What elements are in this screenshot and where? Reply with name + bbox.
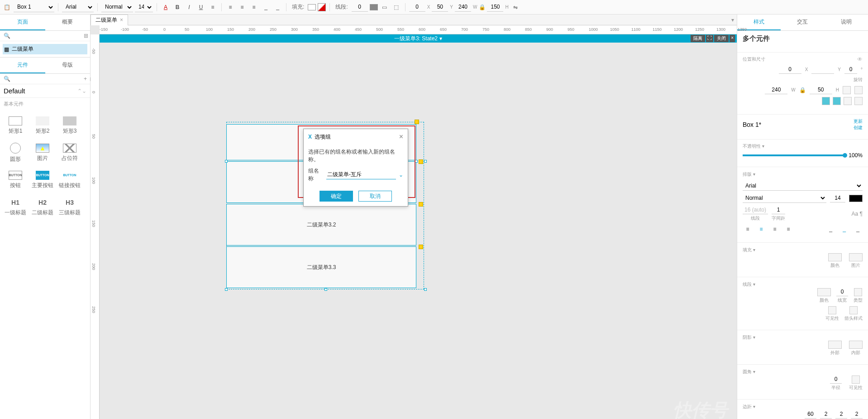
style-name[interactable]: Box 1* (743, 121, 761, 128)
fit-height-icon[interactable] (854, 86, 863, 94)
shadow-inner-icon[interactable] (849, 341, 863, 349)
align-left-icon[interactable]: ≡ (743, 224, 753, 234)
tab-dropdown-icon[interactable]: ▾ (729, 17, 737, 23)
widget-image[interactable]: ▲图片 (29, 139, 56, 166)
lock-aspect-icon[interactable]: 🔒 (479, 4, 485, 10)
x-input[interactable] (409, 3, 425, 12)
pad-l-input[interactable] (805, 410, 816, 419)
valign-bot-icon[interactable]: ⎯ (853, 224, 863, 234)
close-icon[interactable]: × (399, 133, 403, 141)
align-center-icon[interactable]: ≡ (756, 224, 766, 234)
add-lib-icon[interactable]: + (84, 76, 87, 82)
y-input[interactable] (432, 3, 448, 12)
opacity-slider[interactable] (743, 154, 845, 156)
pad-t-input[interactable] (820, 410, 832, 419)
tab-outline[interactable]: 概要 (45, 14, 91, 30)
border-vis-icon[interactable]: ⬚ (391, 2, 401, 12)
valign-mid-icon[interactable]: ⎯ (839, 224, 849, 234)
distribute-icon[interactable]: ⎯ (272, 2, 282, 12)
widget-link-button[interactable]: BUTTON链接按钮 (56, 166, 83, 193)
interaction-marker-icon[interactable]: ⚡ (419, 202, 423, 207)
text-color-icon[interactable]: A (161, 2, 171, 12)
font-select[interactable]: Arial (743, 181, 863, 191)
interaction-marker-icon[interactable]: ⚡ (419, 245, 423, 249)
tab-notes[interactable]: 说明 (825, 14, 868, 30)
cancel-button[interactable]: 取消 (358, 191, 392, 202)
close-state-x-icon[interactable]: × (730, 35, 735, 42)
flip-icon[interactable]: ⇋ (510, 2, 520, 12)
menu-item-33[interactable]: 二级菜单3.3 (226, 246, 416, 288)
border-vis-icon[interactable] (828, 306, 836, 314)
valign-icon[interactable]: ⎯ (261, 2, 271, 12)
tab-pages[interactable]: 页面 (0, 14, 45, 30)
widget-ellipse[interactable]: 圆形 (2, 139, 29, 166)
style-select[interactable]: Box 1 (14, 2, 54, 12)
fill-image-icon[interactable] (318, 3, 326, 11)
add-page-icon[interactable]: ⊞ (84, 33, 88, 39)
isolate-button[interactable]: 隔离 (691, 35, 705, 42)
align-center-icon[interactable]: ≡ (237, 2, 247, 12)
lock-aspect-icon[interactable]: 🔒 (799, 87, 806, 93)
paint-format-icon[interactable]: 📋 (2, 2, 12, 12)
close-state-button[interactable]: 关闭 (714, 35, 729, 42)
widget-h1[interactable]: H1一级标题 (2, 193, 29, 221)
fill-color-swatch[interactable] (828, 253, 842, 261)
size-input[interactable] (830, 194, 845, 202)
align-left-icon[interactable]: ≡ (225, 2, 235, 12)
border-width-input[interactable] (352, 3, 368, 12)
fill-image-icon[interactable] (849, 253, 863, 261)
w-input[interactable] (765, 86, 787, 94)
close-tab-icon[interactable]: × (120, 17, 123, 23)
w-input[interactable] (455, 3, 471, 12)
align-tool-icon[interactable] (854, 97, 863, 105)
fill-color-swatch[interactable] (308, 4, 316, 10)
isolate-expand-icon[interactable]: ⛶ (706, 35, 713, 42)
widget-rect3[interactable]: 矩形3 (56, 112, 83, 139)
tab-masters[interactable]: 母版 (45, 58, 91, 73)
interaction-marker-icon[interactable]: ⚡ (415, 120, 419, 124)
valign-top-icon[interactable]: ⎯ (825, 224, 835, 234)
align-tool-icon[interactable] (822, 97, 830, 105)
menu-item-32[interactable]: 二级菜单3.2 (226, 204, 416, 246)
canvas[interactable]: 🗓 一级 ⚡ 二级 ⚡ 二级菜单3.2 ⚡ 二级菜单3.3 ⚡ (100, 43, 737, 419)
chevron-down-icon[interactable]: ⌄ (399, 172, 403, 178)
italic-icon[interactable]: I (184, 2, 194, 12)
x-input[interactable] (779, 65, 801, 74)
bold-icon[interactable]: B (172, 2, 182, 12)
ok-button[interactable]: 确定 (320, 191, 353, 202)
pad-r-input[interactable] (835, 410, 847, 419)
page-tab[interactable]: 二级菜单 × (91, 14, 128, 25)
align-tool-icon[interactable] (833, 97, 841, 105)
widget-primary-button[interactable]: BUTTON主要按钮 (29, 166, 56, 193)
search-icon[interactable]: 🔍 (4, 76, 10, 82)
widget-rect1[interactable]: 矩形1 (2, 112, 29, 139)
group-name-input[interactable] (326, 171, 396, 179)
radius-input[interactable] (830, 375, 842, 384)
align-right-icon[interactable]: ≡ (249, 2, 259, 12)
widget-placeholder[interactable]: 占位符 (56, 139, 83, 166)
visibility-icon[interactable]: 👁 (857, 56, 863, 63)
align-tool-icon[interactable] (844, 97, 852, 105)
align-justify-icon[interactable]: ≡ (783, 224, 793, 234)
weight-select[interactable]: Normal (101, 2, 133, 12)
font-select[interactable]: Arial (62, 2, 94, 12)
rot-input[interactable] (844, 65, 857, 74)
h-input[interactable] (487, 3, 503, 12)
widget-search-input[interactable] (13, 76, 81, 82)
border-color-swatch[interactable] (817, 288, 831, 296)
border-color-swatch[interactable] (370, 4, 378, 10)
y-input[interactable] (811, 65, 834, 74)
widget-button[interactable]: BUTTON按钮 (2, 166, 29, 193)
tab-widgets[interactable]: 元件 (0, 58, 45, 73)
pad-b-input[interactable] (851, 410, 863, 419)
search-icon[interactable]: 🔍 (4, 33, 10, 39)
align-right-icon[interactable]: ≡ (770, 224, 780, 234)
text-color-swatch[interactable] (849, 195, 863, 202)
widget-h2[interactable]: H2二级标题 (29, 193, 56, 221)
interaction-marker-icon[interactable]: ⚡ (419, 159, 423, 164)
widget-h3[interactable]: H3三级标题 (56, 193, 83, 221)
corner-vis-icon[interactable] (852, 376, 860, 384)
fit-width-icon[interactable] (843, 86, 851, 94)
outline-item[interactable]: ▦ 二级菜单 (3, 44, 87, 54)
underline-icon[interactable]: U (196, 2, 206, 12)
